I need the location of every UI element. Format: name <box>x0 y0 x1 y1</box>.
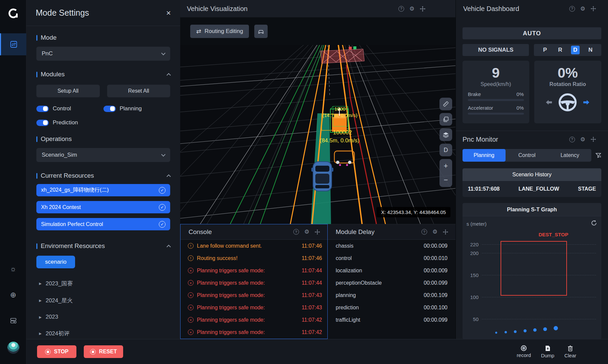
warning-icon: ! <box>188 255 194 261</box>
tree-item[interactable]: ▶ 2023_国赛 <box>36 280 170 287</box>
resource-item[interactable]: Xh 2024 Contest ✓ <box>36 201 170 213</box>
section-operations-label: Operations <box>41 135 72 143</box>
obstacle-2-id: 100002 <box>333 129 352 136</box>
move-panel-icon[interactable] <box>591 6 596 11</box>
section-mode-label: Mode <box>41 34 57 41</box>
d-view-button[interactable]: D <box>439 144 452 156</box>
move-panel-icon[interactable] <box>443 229 448 235</box>
speed-label: Speed(km/h) <box>468 81 524 87</box>
record-button[interactable]: record <box>517 345 531 358</box>
toggle-switch[interactable] <box>36 120 49 126</box>
tree-item[interactable]: ▶ 2024初评 <box>36 330 170 337</box>
gear-indicator: P R D N <box>534 44 601 56</box>
section-operations: Operations <box>36 135 170 143</box>
caret-right-icon: ▶ <box>39 315 42 319</box>
gridline <box>482 297 596 297</box>
mode-select[interactable]: PnC <box>36 47 170 61</box>
move-panel-icon[interactable] <box>420 6 425 12</box>
toggle-switch[interactable] <box>103 106 116 112</box>
ruler-tool-button[interactable] <box>439 98 452 110</box>
sidebar-item-mode-settings[interactable] <box>0 33 26 55</box>
reset-all-button[interactable]: Reset All <box>107 85 171 97</box>
help-icon[interactable]: ? <box>569 137 575 142</box>
dump-button[interactable]: Dump <box>541 345 554 358</box>
layers-button[interactable] <box>439 128 452 141</box>
warning-icon: ! <box>188 243 194 249</box>
zoom-out-button[interactable]: − <box>444 176 448 184</box>
tab-planning[interactable]: Planning <box>463 149 506 162</box>
resource-manager-icon[interactable] <box>0 315 26 326</box>
stop-button[interactable]: STOP <box>37 345 76 358</box>
section-current-resources: Current Resources <box>36 172 170 179</box>
tree-item[interactable]: ▶ 2024_星火 <box>36 297 170 304</box>
collapse-icon[interactable] <box>167 174 171 179</box>
resource-item[interactable]: Simulation Perfect Control ✓ <box>36 218 170 230</box>
mode-settings-body: Mode PnC Modules Setup All Reset All Con… <box>26 26 180 337</box>
tree-item[interactable]: ▶ 2023 <box>36 314 170 320</box>
sidebar-rail: ☼ ⊕ <box>0 0 26 364</box>
check-circle-icon: ✓ <box>159 221 166 228</box>
clear-button[interactable]: Clear <box>564 345 576 358</box>
vehicle-view-button[interactable] <box>254 25 268 38</box>
module-delay-title: Module Delay <box>336 228 374 236</box>
help-icon[interactable]: ? <box>421 229 427 235</box>
move-panel-icon[interactable] <box>591 137 596 142</box>
section-marker <box>36 72 37 77</box>
theme-brightness-icon[interactable]: ☼ <box>0 263 26 275</box>
reset-button[interactable]: RESET <box>84 345 123 358</box>
error-icon: × <box>188 329 194 335</box>
resource-item[interactable]: xh_2024_gs_障碍物绕行(二) ✓ <box>36 184 170 196</box>
help-icon[interactable]: ? <box>569 6 575 12</box>
operations-select[interactable]: Scenario_Sim <box>36 148 170 162</box>
close-icon[interactable]: × <box>166 8 171 18</box>
3d-scene[interactable]: 1000 (14.7m, 0.0m/s) 100002 (84.5m, 0.0m… <box>180 45 455 224</box>
scenario-history-title: Scenario History <box>463 168 601 181</box>
section-modules: Modules <box>36 71 170 78</box>
brake-progress-bar <box>468 99 524 101</box>
setup-all-button[interactable]: Setup All <box>36 85 100 97</box>
y-tick: 220 <box>465 242 479 247</box>
help-icon[interactable]: ? <box>293 229 299 235</box>
check-circle-icon: ✓ <box>159 187 166 194</box>
scenario-tag[interactable]: scenario <box>36 256 75 268</box>
signal-indicator: NO SIGNALS <box>463 44 529 56</box>
refresh-icon[interactable] <box>591 220 597 228</box>
console-log-row: × Planning triggers safe mode:11:07:44 <box>181 277 327 289</box>
section-environment-resources-label: Enviroment Resources <box>41 242 105 250</box>
module-delay-panel[interactable]: Module Delay ? ⚙ chassis00:00.009 contro… <box>328 224 455 339</box>
tab-latency[interactable]: Latency <box>548 149 591 162</box>
zoom-in-button[interactable]: + <box>444 162 448 170</box>
module-toggle-control: Control <box>36 105 103 112</box>
trash-icon <box>568 345 573 351</box>
routing-editing-button[interactable]: ⇄ Routing Editing <box>190 25 249 38</box>
settings-gear-icon[interactable]: ⚙ <box>432 229 437 235</box>
filter-icon[interactable] <box>595 152 601 158</box>
module-toggle-planning: Planning <box>103 105 171 112</box>
settings-gear-icon[interactable]: ⚙ <box>580 137 585 142</box>
toggle-switch[interactable] <box>36 106 49 112</box>
gridline <box>482 319 596 319</box>
help-icon[interactable]: ? <box>398 6 404 12</box>
3d-scene-svg: 1000 (14.7m, 0.0m/s) 100002 (84.5m, 0.0m… <box>180 45 455 224</box>
settings-gear-icon[interactable]: ⚙ <box>304 229 309 235</box>
pnc-monitor-header: Pnc Monitor ? ⚙ <box>463 131 601 148</box>
settings-gear-icon[interactable]: ⚙ <box>580 6 585 12</box>
module-delay-row: planning00:00.109 <box>328 289 455 301</box>
console-panel[interactable]: Console ? ⚙ ! Lane follow command sent.1… <box>180 224 328 339</box>
scenario-tree: ▶ 2023_国赛 ▶ 2024_星火 ▶ 2023 ▶ 2024初评 <box>36 280 170 337</box>
console-header: Console ? ⚙ <box>181 224 327 240</box>
move-panel-icon[interactable] <box>315 229 320 235</box>
collapse-icon[interactable] <box>167 245 171 249</box>
user-avatar[interactable] <box>7 342 19 354</box>
section-marker <box>36 173 37 179</box>
scenario-history-card: Scenario History 11:01:57:608 LANE_FOLLO… <box>463 168 601 197</box>
add-panel-icon[interactable]: ⊕ <box>0 289 26 301</box>
settings-gear-icon[interactable]: ⚙ <box>409 6 414 12</box>
resource-label: Simulation Perfect Control <box>41 221 103 227</box>
accelerator-value: 0% <box>517 105 524 111</box>
tab-control[interactable]: Control <box>506 149 549 162</box>
error-icon: × <box>188 280 194 286</box>
module-delay-row: trafficLight00:00.099 <box>328 314 455 326</box>
collapse-icon[interactable] <box>167 73 171 77</box>
copy-view-button[interactable] <box>439 113 452 126</box>
